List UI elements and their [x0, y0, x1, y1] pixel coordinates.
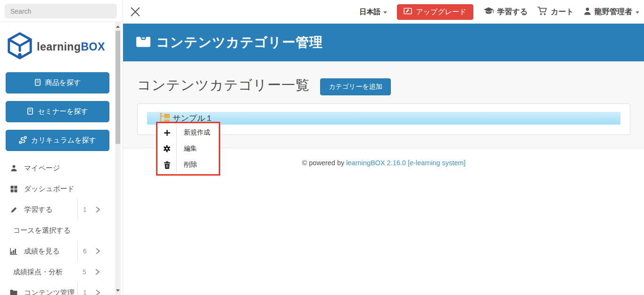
sidebar-item-grading-analysis[interactable]: 成績採点・分析 5 — [0, 261, 113, 282]
chevron-right-icon — [96, 289, 100, 295]
find-seminars-button[interactable]: セミナーを探す — [6, 101, 109, 122]
context-menu: 新規作成 編集 削除 — [156, 122, 220, 176]
user-menu[interactable]: 龍野管理者 — [584, 7, 639, 17]
find-products-button[interactable]: 商品を探す — [6, 72, 109, 93]
main-area: 日本語 アップグレード 学習する — [123, 0, 644, 295]
page-title: コンテンツカテゴリー管理 — [156, 34, 323, 51]
context-menu-item-new[interactable]: 新規作成 — [157, 125, 219, 141]
bar-chart-icon — [9, 248, 18, 255]
topbar: 日本語 アップグレード 学習する — [123, 0, 644, 24]
sidebar-body: learningBOX 商品を探す セミナーを探す カリキュラムを探す — [0, 22, 113, 295]
caret-down-icon — [636, 11, 639, 14]
page-banner: コンテンツカテゴリー管理 — [123, 24, 644, 61]
sidebar-item-mypage[interactable]: マイページ — [0, 158, 113, 178]
chevron-right-icon — [96, 206, 100, 213]
archive-box-icon — [135, 35, 151, 51]
footer-text: © powered by — [302, 159, 347, 167]
scrollbar-thumb[interactable] — [116, 31, 120, 144]
gear-icon — [157, 141, 177, 157]
graduation-cap-icon — [483, 7, 494, 17]
sidebar-item-learn[interactable]: 学習する 1 — [0, 199, 113, 220]
topbar-cart-link[interactable]: カート — [537, 7, 574, 17]
scroll-up-arrow-icon[interactable] — [116, 25, 120, 28]
context-menu-item-delete[interactable]: 削除 — [157, 157, 219, 173]
route-icon — [19, 136, 27, 145]
sidebar-item-select-course[interactable]: コースを選択する — [0, 220, 113, 241]
folder-icon — [9, 289, 18, 295]
context-menu-item-edit[interactable]: 編集 — [157, 141, 219, 157]
item-count-badge: 1 — [78, 289, 92, 295]
plus-icon — [157, 125, 177, 141]
upgrade-button[interactable]: アップグレード — [397, 4, 473, 20]
section-heading: コンテンツカテゴリー一覧 — [137, 76, 310, 95]
scroll-down-arrow-icon[interactable] — [116, 289, 120, 292]
close-icon[interactable] — [129, 5, 142, 18]
sidebar-item-grades[interactable]: 成績を見る 6 — [0, 241, 113, 261]
pencil-icon — [9, 206, 18, 213]
search-input[interactable] — [5, 4, 117, 18]
cart-icon — [537, 7, 547, 17]
sidebar: learningBOX 商品を探す セミナーを探す カリキュラムを探す — [0, 0, 123, 295]
add-category-button[interactable]: カテゴリーを追加 — [320, 78, 391, 95]
item-count-badge: 1 — [78, 206, 92, 213]
logo-text: learningBOX — [37, 41, 105, 53]
footer-link[interactable]: learningBOX 2.16.0 [e-learning system] — [346, 159, 465, 167]
caret-down-icon — [383, 11, 387, 14]
sidebar-item-dashboard[interactable]: ダッシュボード — [0, 178, 113, 199]
heading-row: コンテンツカテゴリー一覧 カテゴリーを追加 — [137, 76, 630, 95]
chevron-right-icon — [96, 248, 100, 254]
logo-cube-icon — [7, 31, 33, 62]
book-icon — [27, 108, 33, 116]
find-curriculum-button[interactable]: カリキュラムを探す — [6, 130, 109, 151]
topbar-right: 日本語 アップグレード 学習する — [359, 4, 639, 20]
trash-icon — [157, 157, 177, 173]
sidebar-scrollbar[interactable] — [115, 22, 121, 295]
user-icon — [584, 7, 591, 17]
sidebar-menu: マイページ ダッシュボード 学習する 1 — [0, 158, 113, 295]
chevron-right-icon — [95, 269, 100, 275]
search-bar — [0, 0, 123, 22]
grid-icon — [9, 185, 18, 193]
learningbox-logo[interactable]: learningBOX — [0, 22, 113, 65]
book-icon — [34, 79, 41, 87]
sidebar-item-content-management[interactable]: コンテンツ管理 1 — [0, 282, 113, 295]
language-dropdown[interactable]: 日本語 — [359, 8, 387, 17]
upgrade-card-icon — [404, 8, 412, 16]
item-count-badge: 5 — [77, 268, 91, 276]
topbar-learn-link[interactable]: 学習する — [483, 7, 528, 17]
app-root: learningBOX 商品を探す セミナーを探す カリキュラムを探す — [0, 0, 644, 295]
item-count-badge: 6 — [78, 247, 92, 255]
user-icon — [9, 164, 18, 172]
